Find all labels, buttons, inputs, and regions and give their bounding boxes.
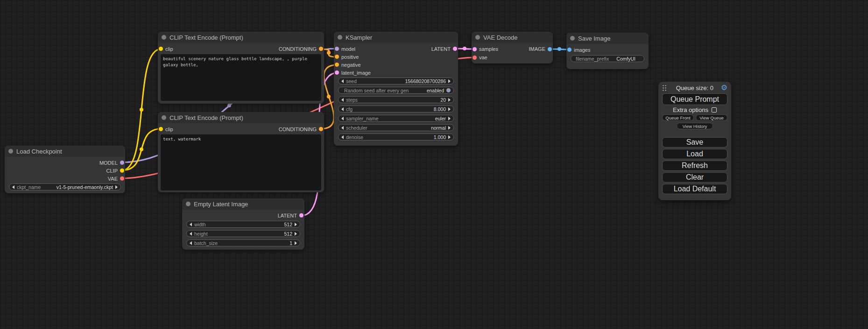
widget-steps[interactable]: steps 20 xyxy=(338,96,454,103)
decrement-arrow-icon[interactable] xyxy=(190,232,192,236)
increment-arrow-icon[interactable] xyxy=(448,79,451,83)
increment-arrow-icon[interactable] xyxy=(295,223,297,226)
conditioning-port-icon[interactable] xyxy=(335,63,339,67)
latent-port-icon[interactable] xyxy=(335,70,339,75)
port-output-conditioning[interactable]: CONDITIONING xyxy=(279,46,323,52)
prompt-textarea[interactable]: text, watermark xyxy=(161,134,321,190)
vae-port-icon[interactable] xyxy=(473,56,477,60)
view-history-button[interactable]: View History xyxy=(677,123,713,129)
node-title-bar[interactable]: VAE Decode xyxy=(472,32,553,43)
widget-random-seed-toggle[interactable]: Random seed after every gen enabled xyxy=(338,87,454,94)
vae-port-icon[interactable] xyxy=(120,176,124,181)
collapse-dot-icon[interactable] xyxy=(162,35,166,40)
next-value-arrow-icon[interactable] xyxy=(115,185,118,189)
widget-denoise[interactable]: denoise 1.000 xyxy=(338,133,454,140)
port-input-vae[interactable]: vae xyxy=(473,55,487,60)
collapse-dot-icon[interactable] xyxy=(186,202,191,206)
queue-prompt-button[interactable]: Queue Prompt xyxy=(662,93,727,105)
port-output-conditioning[interactable]: CONDITIONING xyxy=(279,126,323,132)
widget-ckpt-name[interactable]: ckpt_name v1-5-pruned-emaonly.ckpt xyxy=(9,183,121,190)
settings-gear-icon[interactable]: ⚙ xyxy=(721,84,727,91)
port-output-latent[interactable]: LATENT xyxy=(278,213,303,218)
model-port-icon[interactable] xyxy=(120,161,124,165)
increment-arrow-icon[interactable] xyxy=(448,135,451,139)
model-port-icon[interactable] xyxy=(335,47,339,51)
save-button[interactable]: Save xyxy=(662,137,727,147)
node-title-bar[interactable]: Empty Latent Image xyxy=(182,198,304,210)
collapse-dot-icon[interactable] xyxy=(162,115,166,120)
widget-sampler-name[interactable]: sampler_name euler xyxy=(338,115,454,122)
port-input-positive[interactable]: positive xyxy=(335,54,359,60)
latent-port-icon[interactable] xyxy=(473,47,477,51)
widget-filename-prefix[interactable]: filename_prefix ComfyUI xyxy=(571,55,644,62)
latent-port-icon[interactable] xyxy=(453,47,457,51)
toggle-indicator-icon[interactable] xyxy=(446,88,451,92)
link-midpoint-dot xyxy=(557,47,561,51)
load-default-button[interactable]: Load Default xyxy=(662,184,727,194)
graph-canvas[interactable]: Load Checkpoint MODEL CLIP VAE xyxy=(0,0,868,329)
conditioning-port-icon[interactable] xyxy=(319,47,323,51)
clear-button[interactable]: Clear xyxy=(662,172,727,182)
port-output-model[interactable]: MODEL xyxy=(99,160,124,166)
port-output-image[interactable]: IMAGE xyxy=(529,46,552,52)
node-title-bar[interactable]: Save Image xyxy=(566,33,649,44)
prev-value-arrow-icon[interactable] xyxy=(341,117,344,120)
port-input-images[interactable]: images xyxy=(567,47,590,53)
collapse-dot-icon[interactable] xyxy=(570,36,575,41)
collapse-dot-icon[interactable] xyxy=(475,35,480,40)
port-output-clip[interactable]: CLIP xyxy=(106,168,124,174)
image-port-icon[interactable] xyxy=(567,48,572,52)
decrement-arrow-icon[interactable] xyxy=(190,241,192,245)
port-output-latent[interactable]: LATENT xyxy=(431,46,457,52)
port-input-model[interactable]: model xyxy=(335,46,355,52)
prev-value-arrow-icon[interactable] xyxy=(12,185,14,189)
increment-arrow-icon[interactable] xyxy=(448,107,451,111)
view-queue-button[interactable]: View Queue xyxy=(696,114,727,121)
clip-port-icon[interactable] xyxy=(159,127,163,131)
widget-height[interactable]: height 512 xyxy=(186,230,300,237)
decrement-arrow-icon[interactable] xyxy=(341,98,344,102)
refresh-button[interactable]: Refresh xyxy=(662,161,727,171)
queue-front-button[interactable]: Queue Front xyxy=(662,114,694,121)
node-title: CLIP Text Encode (Prompt) xyxy=(169,114,243,121)
widget-seed[interactable]: seed 156680208700286 xyxy=(338,77,454,84)
link-midpoint-dot xyxy=(463,47,466,50)
port-input-samples[interactable]: samples xyxy=(473,46,498,52)
decrement-arrow-icon[interactable] xyxy=(190,223,192,226)
decrement-arrow-icon[interactable] xyxy=(341,79,344,83)
node-title-bar[interactable]: KSampler xyxy=(334,32,458,43)
collapse-dot-icon[interactable] xyxy=(338,35,342,40)
port-input-negative[interactable]: negative xyxy=(335,62,361,68)
prev-value-arrow-icon[interactable] xyxy=(341,126,344,130)
link-midpoint-dot xyxy=(227,104,231,107)
node-title-bar[interactable]: CLIP Text Encode (Prompt) xyxy=(158,112,324,123)
widget-width[interactable]: width 512 xyxy=(186,221,300,228)
extra-options-checkbox[interactable] xyxy=(712,107,717,112)
port-input-clip[interactable]: clip xyxy=(159,126,173,132)
decrement-arrow-icon[interactable] xyxy=(341,107,344,111)
port-input-clip[interactable]: clip xyxy=(159,46,173,52)
drag-handle-icon[interactable] xyxy=(662,84,667,91)
collapse-dot-icon[interactable] xyxy=(8,149,13,154)
prompt-textarea[interactable]: beautiful scenery nature glass bottle la… xyxy=(161,54,321,101)
increment-arrow-icon[interactable] xyxy=(295,241,297,245)
conditioning-port-icon[interactable] xyxy=(319,127,323,131)
image-port-icon[interactable] xyxy=(548,47,552,51)
node-title-bar[interactable]: Load Checkpoint xyxy=(5,146,125,157)
port-input-latent-image[interactable]: latent_image xyxy=(335,70,371,76)
decrement-arrow-icon[interactable] xyxy=(341,135,344,139)
conditioning-port-icon[interactable] xyxy=(335,55,339,59)
clip-port-icon[interactable] xyxy=(120,168,124,173)
increment-arrow-icon[interactable] xyxy=(448,98,451,102)
increment-arrow-icon[interactable] xyxy=(295,232,297,236)
next-value-arrow-icon[interactable] xyxy=(448,126,451,130)
clip-port-icon[interactable] xyxy=(159,47,163,51)
node-title-bar[interactable]: CLIP Text Encode (Prompt) xyxy=(158,32,324,43)
next-value-arrow-icon[interactable] xyxy=(448,117,451,120)
widget-cfg[interactable]: cfg 8.000 xyxy=(338,105,454,112)
load-button[interactable]: Load xyxy=(662,149,727,159)
latent-port-icon[interactable] xyxy=(299,213,303,217)
port-output-vae[interactable]: VAE xyxy=(108,176,124,182)
widget-batch-size[interactable]: batch_size 1 xyxy=(186,239,300,246)
widget-scheduler[interactable]: scheduler normal xyxy=(338,124,454,131)
